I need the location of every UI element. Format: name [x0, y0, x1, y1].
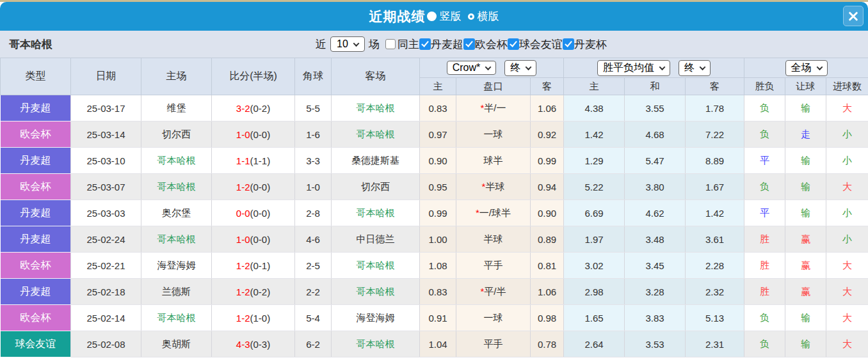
- home-team: 哥本哈根: [141, 305, 212, 331]
- handicap-result-cell: 输: [785, 174, 826, 200]
- handicap-line: *半球: [456, 174, 531, 200]
- chevron-down-icon: [700, 64, 706, 70]
- chevron-down-icon: [659, 64, 666, 70]
- same-home-label[interactable]: 同主: [398, 37, 419, 52]
- fulltime-score: 1-2: [236, 286, 250, 297]
- filter-bar: 哥本哈根 近 10 场 同主 丹麦超 欧会杯 球会友谊 丹麦杯: [0, 31, 868, 58]
- halftime-score: (0-2): [250, 286, 271, 297]
- handicap-result-cell: 输: [785, 95, 826, 121]
- handicap-odds-away: 1.06: [531, 95, 564, 121]
- fulltime-score: 1-0: [236, 234, 250, 245]
- handicap-line: 半球: [456, 226, 531, 253]
- league-label-1[interactable]: 欧会杯: [475, 37, 508, 52]
- handicap-result-cell: 赢: [785, 279, 826, 305]
- avg-odds-away: 7.22: [686, 121, 744, 148]
- league-label-3[interactable]: 丹麦杯: [574, 37, 607, 52]
- handicap-odds-home: 0.83: [420, 279, 456, 305]
- league-label-2[interactable]: 球会友谊: [519, 37, 563, 52]
- table-row: 丹麦超 25-02-18 兰德斯 1-2(0-2) 2-2 哥本哈根 0.83 …: [1, 279, 868, 305]
- chevron-down-icon: [816, 64, 823, 70]
- corner-score: 2-8: [295, 200, 332, 226]
- handicap-odds-home: 0.99: [420, 200, 456, 226]
- avg-odds-away: 3.61: [686, 226, 744, 253]
- result-cell: 负: [744, 121, 785, 148]
- fulltime-score: 4-3: [236, 339, 250, 350]
- result-cell: 胜: [744, 226, 785, 253]
- table-row: 丹麦超 25-02-24 哥本哈根 1-0(0-0) 4-6 中日德兰 1.00…: [1, 226, 868, 253]
- scope-select[interactable]: 全场: [785, 60, 828, 76]
- league-checkbox-3[interactable]: [563, 38, 574, 50]
- home-team: 奥尔堡: [141, 200, 212, 226]
- avg-odds-home: 1.42: [564, 121, 625, 148]
- match-date: 25-03-07: [71, 174, 141, 200]
- result-cell: 胜: [744, 253, 785, 279]
- handicap-line: *一/球半: [456, 200, 531, 226]
- avg-odds-home: 1.97: [564, 226, 625, 253]
- away-team: 哥本哈根: [332, 121, 420, 148]
- avg-time-select[interactable]: 终: [679, 60, 711, 76]
- vertical-layout-radio-icon[interactable]: [427, 12, 437, 21]
- avg-odds-away: 1.42: [686, 200, 744, 226]
- results-tbody: 丹麦超 25-03-17 维堡 3-2(0-2) 5-5 哥本哈根 0.83 *…: [1, 95, 868, 357]
- avg-odds-home: 3.02: [564, 253, 625, 279]
- avg-odds-away: 2.32: [686, 279, 744, 305]
- league-checkbox-1[interactable]: [463, 38, 475, 50]
- handicap-odds-away: 0.78: [531, 331, 564, 357]
- table-row: 丹麦超 25-03-10 哥本哈根 1-1(1-1) 3-3 桑德捷斯基 0.9…: [1, 148, 868, 174]
- match-date: 25-03-10: [71, 148, 141, 174]
- avg-odds-home: 4.38: [564, 95, 625, 121]
- match-date: 25-02-24: [71, 226, 141, 253]
- table-row: 欧会杯 25-02-14 哥本哈根 1-2(1-0) 5-4 海登海姆 0.91…: [1, 305, 868, 331]
- handicap-odds-home: 1.08: [420, 253, 456, 279]
- avg-odds-away: 5.13: [686, 305, 744, 331]
- col-header-goals: 进球数: [826, 78, 868, 95]
- avg-odds-home: 6.69: [564, 200, 625, 226]
- halftime-score: (0-1): [250, 260, 271, 271]
- horizontal-layout-radio-icon[interactable]: [468, 13, 474, 20]
- league-badge: 丹麦超: [1, 226, 71, 253]
- home-team: 哥本哈根: [141, 226, 212, 253]
- goals-result-cell: 小: [826, 226, 868, 253]
- vertical-layout-radio-label[interactable]: 竖版: [440, 9, 462, 24]
- avg-odds-draw: 5.47: [625, 148, 686, 174]
- recent-results-window: 近期战绩 竖版 横版 哥本哈根 近 10 场 同主 丹麦超 欧会杯 球会友谊: [0, 0, 868, 360]
- avg-select[interactable]: 胜平负均值: [597, 60, 670, 76]
- handicap-result-cell: 输: [785, 200, 826, 226]
- match-date: 25-02-14: [71, 305, 141, 331]
- fulltime-score: 1-2: [236, 313, 250, 324]
- away-team: 哥本哈根: [332, 279, 420, 305]
- close-icon[interactable]: [843, 6, 864, 26]
- table-row: 丹麦超 25-03-03 奥尔堡 0-0(0-0) 2-8 哥本哈根 0.99 …: [1, 200, 868, 226]
- handicap-odds-away: 0.81: [531, 253, 564, 279]
- handicap-line: 平手: [456, 331, 531, 357]
- score-cell: 1-2(0-0): [212, 174, 295, 200]
- goals-result-cell: 小: [826, 148, 868, 174]
- halftime-score: (0-0): [250, 182, 271, 192]
- league-label-0[interactable]: 丹麦超: [431, 37, 463, 52]
- league-badge: 丹麦超: [1, 148, 71, 174]
- recent-count-select[interactable]: 10: [330, 36, 365, 52]
- avg-odds-draw: 4.68: [625, 121, 686, 148]
- goals-result-cell: 小: [826, 200, 868, 226]
- handicap-odds-away: 0.98: [531, 305, 564, 331]
- horizontal-layout-radio-label[interactable]: 横版: [478, 9, 499, 24]
- handicap-odds-home: 0.90: [420, 148, 456, 174]
- same-home-checkbox[interactable]: [385, 39, 396, 49]
- goals-result-cell: 大: [826, 279, 868, 305]
- result-cell: 胜: [744, 279, 785, 305]
- league-checkbox-0[interactable]: [419, 38, 431, 50]
- away-team: 哥本哈根: [332, 331, 420, 357]
- league-checkbox-2[interactable]: [508, 38, 519, 50]
- avg-odds-draw: 3.45: [625, 253, 686, 279]
- away-team: 哥本哈根: [332, 253, 420, 279]
- result-cell: 负: [744, 305, 785, 331]
- bookmaker-time-select[interactable]: 终: [504, 60, 536, 76]
- league-badge: 欧会杯: [1, 253, 71, 279]
- result-cell: 负: [744, 331, 785, 357]
- handicap-odds-away: 0.99: [531, 148, 564, 174]
- avg-odds-draw: 3.55: [625, 95, 686, 121]
- bookmaker-select[interactable]: Crow*: [447, 61, 497, 75]
- recent-label: 近: [316, 37, 326, 52]
- chevron-down-icon: [526, 64, 532, 70]
- handicap-line: 一球: [456, 121, 531, 148]
